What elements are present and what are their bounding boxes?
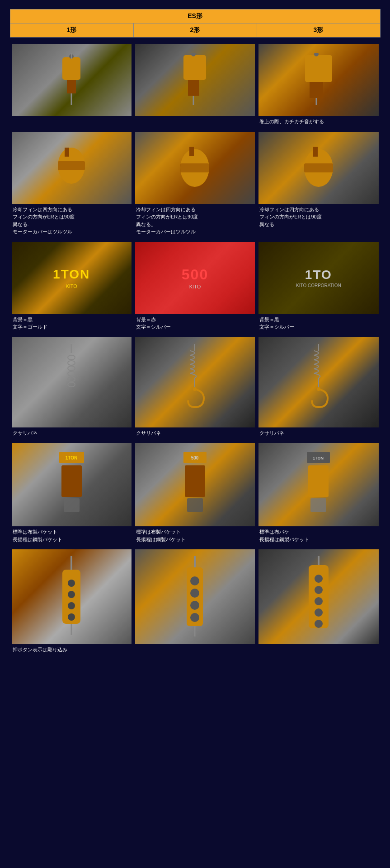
photo-motor-1 (12, 132, 132, 204)
cell-bucket-3: 1TON 標準は布バケ長揚程は鋼製バケット (257, 441, 380, 547)
svg-rect-9 (305, 55, 332, 82)
svg-point-24 (68, 361, 75, 365)
svg-rect-10 (310, 82, 323, 98)
svg-point-34 (317, 387, 320, 391)
photo-nameplate-3: 1TO KITO CORPORATION (258, 242, 378, 314)
bucket-caption-1: 標準は布製バケット長揚程は鋼製バケット (12, 526, 132, 545)
photo-spring-3 (258, 337, 378, 427)
hoist-caption-3: 巻上の際、カチカチ音がする (258, 116, 378, 127)
svg-rect-20 (304, 163, 333, 172)
svg-point-23 (68, 355, 75, 360)
svg-point-25 (68, 366, 75, 371)
cell-hoist-1-3: 巻上の際、カチカチ音がする (257, 42, 380, 129)
photo-nameplate-2: 500 KITO (135, 242, 255, 314)
photo-bucket-3: 1TON (258, 443, 378, 526)
cell-nameplate-2: 500 KITO 背景＝赤文字＝シルバー (133, 240, 257, 334)
svg-point-63 (315, 586, 323, 594)
nameplate-caption-1: 背景＝黒文字＝ゴールド (12, 314, 132, 333)
svg-point-56 (190, 589, 199, 598)
bucket-caption-3: 標準は布バケ長揚程は鋼製バケット (258, 526, 378, 545)
hoist-sim-2 (135, 44, 255, 116)
spring-caption-3: クサリバネ (258, 427, 378, 439)
photo-hoist-1-2 (135, 44, 255, 116)
nameplate-3-text: 1TO (305, 268, 332, 282)
photo-pendant-2 (135, 549, 255, 644)
cell-motor-1: 冷却フィンは四方向にあるフィンの方向がERとは90度異なる.モーターカバーはツル… (10, 130, 133, 239)
photo-hoist-1-3 (258, 44, 378, 116)
cell-hoist-1-1 (10, 42, 133, 129)
hoist-sim-1 (12, 44, 132, 116)
spring-sim-3 (258, 337, 378, 427)
svg-rect-45 (308, 465, 329, 497)
svg-rect-5 (183, 55, 206, 80)
svg-rect-14 (58, 161, 85, 170)
nameplate-2-text: 500 (182, 266, 208, 283)
cell-motor-3: 冷却フィンは四方向にあるフィンの方向がERとは90度異なる (257, 130, 380, 239)
svg-point-31 (193, 387, 197, 391)
photo-pendant-3 (258, 549, 378, 644)
cell-spring-3: クサリバネ (257, 335, 380, 441)
motor-sim-1 (12, 132, 132, 204)
bucket-row: 1TON 標準は布製バケット長揚程は鋼製バケット 500 (10, 441, 381, 547)
photo-nameplate-1: 1TON KITO (12, 242, 132, 314)
cell-bucket-1: 1TON 標準は布製バケット長揚程は鋼製バケット (10, 441, 133, 547)
svg-point-26 (68, 371, 75, 376)
cell-bucket-2: 500 標準は布製バケット長揚程は鋼製バケット (133, 441, 257, 547)
svg-point-58 (190, 613, 199, 622)
motor-caption-2: 冷却フィンは四方向にあるフィンの方向がERとは90度異なる。モーターカバーはツル… (135, 204, 255, 237)
svg-point-51 (68, 613, 75, 621)
bucket-sim-1: 1TON (12, 443, 132, 526)
nameplate-1-sub: KITO (66, 283, 77, 289)
cell-pendant-1: 押ボタン表示は彫り込み (10, 548, 133, 657)
svg-text:500: 500 (191, 455, 199, 460)
col2-header: 2形 (133, 23, 257, 37)
svg-rect-42 (187, 498, 203, 512)
photo-hoist-1-1 (12, 44, 132, 116)
bucket-caption-2: 標準は布製バケット長揚程は鋼製バケット (135, 526, 255, 545)
hoist-row-1: 巻上の際、カチカチ音がする (10, 42, 381, 129)
photo-bucket-2: 500 (135, 443, 255, 526)
spring-caption-1: クサリバネ (12, 427, 132, 439)
svg-point-28 (68, 382, 75, 387)
nameplate-1-text: 1TON (53, 267, 90, 282)
bucket-sim-3: 1TON (258, 443, 378, 526)
hoist-sim-3 (258, 44, 378, 116)
svg-point-55 (190, 576, 199, 585)
header-title: ES形 (10, 9, 380, 23)
cell-spring-1: クサリバネ (10, 335, 133, 441)
nameplate-caption-3: 背景＝黒文字＝シルバー (258, 314, 378, 333)
svg-rect-18 (189, 147, 194, 156)
cell-nameplate-1: 1TON KITO 背景＝黒文字＝ゴールド (10, 240, 133, 334)
svg-rect-17 (180, 163, 209, 172)
svg-point-64 (315, 597, 323, 605)
nameplate-row: 1TON KITO 背景＝黒文字＝ゴールド 500 KITO 背景＝赤文字＝シル… (10, 240, 381, 334)
pendant-sim-2 (135, 549, 255, 644)
pendant-sim-3 (258, 549, 378, 644)
pendant-caption-1: 押ボタン表示は彫り込み (12, 644, 132, 655)
spring-sim-1 (12, 337, 132, 427)
nameplate-caption-2: 背景＝赤文字＝シルバー (135, 314, 255, 333)
photo-spring-2 (135, 337, 255, 427)
cell-motor-2: 冷却フィンは四方向にあるフィンの方向がERとは90度異なる。モーターカバーはツル… (133, 130, 257, 239)
svg-point-49 (68, 591, 75, 598)
svg-point-50 (68, 602, 75, 609)
cell-pendant-2 (133, 548, 257, 657)
svg-point-48 (68, 580, 75, 587)
photo-motor-3 (258, 132, 378, 204)
photo-motor-2 (135, 132, 255, 204)
svg-rect-38 (64, 498, 80, 512)
col1-header: 1形 (10, 23, 133, 37)
svg-rect-0 (62, 57, 80, 80)
svg-text:1TON: 1TON (313, 456, 324, 460)
svg-rect-6 (188, 80, 199, 96)
cell-hoist-1-2 (133, 42, 257, 129)
pendant-row: 押ボタン表示は彫り込み (10, 548, 381, 657)
cell-pendant-3 (257, 548, 380, 657)
motor-sim-2 (135, 132, 255, 204)
spring-caption-2: クサリバネ (135, 427, 255, 439)
svg-rect-37 (61, 465, 82, 497)
svg-point-62 (315, 575, 323, 583)
page-container: ES形 1形 2形 3形 (10, 9, 381, 859)
svg-point-27 (68, 377, 75, 381)
col3-header: 3形 (257, 23, 380, 37)
